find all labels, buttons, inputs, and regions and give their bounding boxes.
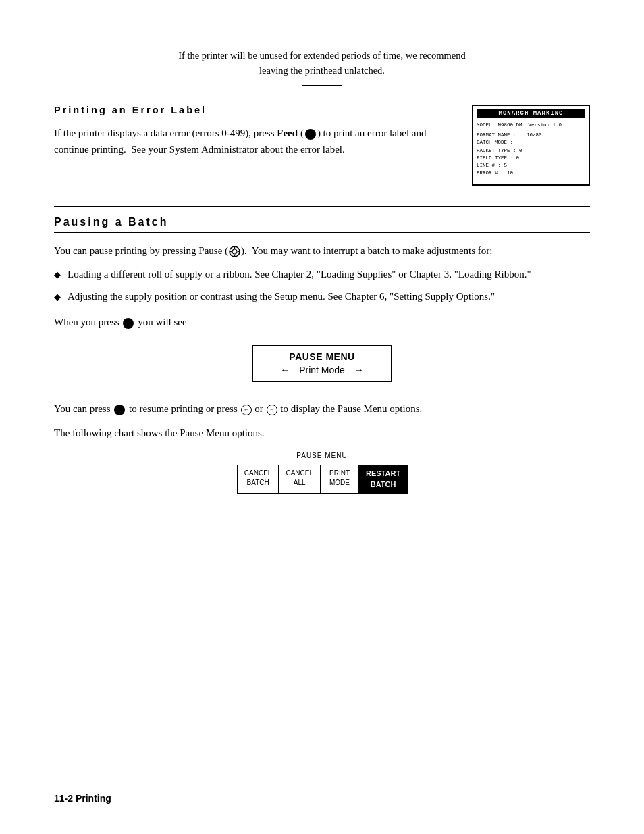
monarch-key-5: ERROR # : 10 bbox=[477, 170, 525, 177]
monarch-val-0: 16/80 bbox=[527, 132, 542, 139]
page-footer: 11-2 Printing bbox=[54, 793, 111, 804]
pmc-cancel-batch-line1: CANCEL bbox=[244, 469, 272, 477]
resume-icon bbox=[114, 405, 125, 415]
pause-menu-box: PAUSE MENU Print Mode bbox=[252, 345, 392, 382]
pmc-print-mode-line2: MODE bbox=[329, 479, 350, 486]
right-arrow-icon bbox=[354, 365, 364, 375]
corner-mark-bl bbox=[14, 800, 34, 820]
page: If the printer will be unused for extend… bbox=[0, 0, 644, 834]
pause-menu-chart-label-text: PAUSE MENU bbox=[296, 452, 347, 459]
monarch-model-row: MODEL: M9860 DM: Version 1.0 bbox=[477, 122, 585, 129]
error-label-body: If the printer displays a data error (er… bbox=[54, 125, 458, 157]
bullet-diamond-0: ◆ bbox=[54, 268, 61, 282]
you-will-see-text: When you press you will see bbox=[54, 314, 590, 330]
monarch-data-row-2: PACKET TYPE : 0 bbox=[477, 147, 585, 155]
pausing-intro: You can pause printing by pressing Pause… bbox=[54, 242, 590, 259]
corner-mark-tr bbox=[610, 14, 630, 34]
pmc-restart-batch: RESTART BATCH bbox=[358, 465, 408, 494]
monarch-header: MONARCH MARKING bbox=[477, 109, 585, 118]
feed-icon bbox=[305, 129, 316, 140]
pause-menu-nav-item: Print Mode bbox=[299, 365, 345, 375]
pmc-print-mode: PRINT MODE bbox=[320, 465, 359, 494]
monarch-label: MONARCH MARKING MODEL: M9860 DM: Version… bbox=[472, 105, 590, 186]
pmc-restart-batch-line1: RESTART bbox=[366, 469, 400, 477]
monarch-model: MODEL: M9860 DM: Version 1.0 bbox=[477, 122, 562, 129]
section-rule-2 bbox=[54, 232, 590, 233]
feed-bold: Feed bbox=[277, 128, 298, 138]
monarch-data-row-0: FORMAT NAME : 16/80 bbox=[477, 132, 585, 139]
pmc-cancel-all: CANCEL ALL bbox=[278, 465, 321, 494]
svg-point-1 bbox=[232, 249, 237, 254]
pausing-heading: Pausing a Batch bbox=[54, 216, 590, 228]
monarch-data-row-3: FIELD TYPE : 0 bbox=[477, 155, 585, 162]
error-label-section: Printing an Error Label If the printer d… bbox=[54, 105, 590, 186]
resume-text: You can press to resume printing or pres… bbox=[54, 400, 590, 417]
monarch-data-row-4: LINE # : 5 bbox=[477, 162, 585, 170]
chart-label-text: The following chart shows the Pause Menu… bbox=[54, 425, 590, 441]
bullet-text-0: Loading a different roll of supply or a … bbox=[68, 267, 531, 282]
error-label-heading: Printing an Error Label bbox=[54, 105, 458, 115]
bullet-diamond-1: ◆ bbox=[54, 290, 61, 304]
pmc-cancel-all-line2: ALL bbox=[294, 479, 306, 486]
pausing-section: Pausing a Batch You can pause printing b… bbox=[54, 206, 590, 494]
monarch-key-2: PACKET TYPE : 0 bbox=[477, 147, 525, 155]
monarch-key-3: FIELD TYPE : 0 bbox=[477, 155, 525, 162]
pause-menu-title: PAUSE MENU bbox=[280, 351, 364, 362]
note-line-top bbox=[302, 41, 342, 41]
bullet-list: ◆ Loading a different roll of supply or … bbox=[54, 267, 590, 305]
pmc-restart-batch-line2: BATCH bbox=[371, 480, 396, 488]
pmc-cancel-batch-line2: BATCH bbox=[247, 479, 269, 486]
pause-menu-chart-label: PAUSE MENU bbox=[54, 449, 590, 461]
corner-mark-tl bbox=[14, 14, 34, 34]
footer-label: 11-2 Printing bbox=[54, 793, 111, 804]
monarch-data-row-1: BATCH MODE : bbox=[477, 139, 585, 147]
bullet-item-1: ◆ Adjusting the supply position or contr… bbox=[54, 289, 590, 305]
pause-menu-chart: CANCEL BATCH CANCEL ALL PRINT MODE RESTA… bbox=[54, 465, 590, 494]
monarch-key-1: BATCH MODE : bbox=[477, 139, 525, 147]
section-rule bbox=[54, 206, 590, 207]
bullet-item-0: ◆ Loading a different roll of supply or … bbox=[54, 267, 590, 282]
left-arrow-icon bbox=[280, 365, 290, 375]
note-line-bottom bbox=[302, 85, 342, 86]
pause-icon-inline bbox=[229, 246, 240, 257]
pmc-print-mode-line1: PRINT bbox=[329, 469, 350, 477]
pmc-cancel-batch: CANCEL BATCH bbox=[237, 465, 279, 494]
pmc-cancel-all-line1: CANCEL bbox=[286, 469, 313, 477]
error-label-text-area: Printing an Error Label If the printer d… bbox=[54, 105, 458, 165]
monarch-key-0: FORMAT NAME : bbox=[477, 132, 525, 139]
press-icon bbox=[123, 318, 134, 329]
pause-menu-wrapper: PAUSE MENU Print Mode bbox=[54, 338, 590, 388]
right-circle-outline: → bbox=[267, 405, 277, 415]
bullet-text-1: Adjusting the supply position or contras… bbox=[68, 289, 495, 305]
left-circle-outline: ← bbox=[241, 405, 252, 415]
monarch-data-row-5: ERROR # : 10 bbox=[477, 170, 585, 177]
monarch-key-4: LINE # : 5 bbox=[477, 162, 525, 170]
corner-mark-br bbox=[610, 800, 630, 820]
pause-menu-nav: Print Mode bbox=[280, 365, 364, 375]
note-text: If the printer will be unused for extend… bbox=[167, 48, 477, 78]
note-box: If the printer will be unused for extend… bbox=[167, 41, 477, 86]
